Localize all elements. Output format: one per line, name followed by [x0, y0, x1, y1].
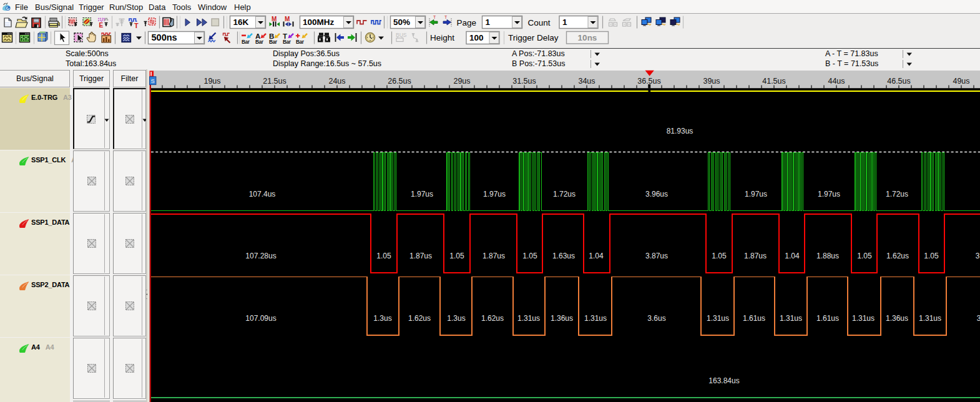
- svg-text:1: 1: [562, 17, 567, 27]
- svg-text:Bar: Bar: [255, 39, 264, 45]
- svg-text:1.63us: 1.63us: [552, 252, 575, 260]
- svg-text:1.04: 1.04: [785, 252, 800, 260]
- svg-text:1.72us: 1.72us: [886, 190, 908, 199]
- svg-text:1.87us: 1.87us: [744, 252, 767, 260]
- svg-text:41.5us: 41.5us: [762, 77, 786, 86]
- svg-text:100MHz: 100MHz: [303, 17, 335, 27]
- svg-text:1.62us: 1.62us: [886, 252, 909, 260]
- svg-text:1.88us: 1.88us: [816, 252, 839, 260]
- svg-text:107.28us: 107.28us: [245, 252, 276, 260]
- svg-text:1.3us: 1.3us: [447, 314, 465, 323]
- svg-text:21.5us: 21.5us: [263, 77, 287, 86]
- svg-text:3: 3: [976, 252, 980, 260]
- svg-text:19us: 19us: [203, 77, 220, 86]
- svg-text:3.87us: 3.87us: [645, 252, 668, 260]
- svg-text:1.31us: 1.31us: [517, 314, 540, 323]
- svg-text:36.5us: 36.5us: [637, 77, 661, 86]
- svg-text:1.31us: 1.31us: [584, 314, 607, 323]
- svg-text:31.5us: 31.5us: [512, 77, 536, 86]
- svg-text:39us: 39us: [703, 77, 720, 86]
- svg-text:M: M: [272, 16, 277, 22]
- svg-text:50%: 50%: [393, 17, 410, 27]
- svg-text:1.62us: 1.62us: [481, 314, 504, 323]
- svg-text:Height: Height: [430, 33, 454, 42]
- svg-text:1.31us: 1.31us: [852, 314, 875, 323]
- svg-text:1.72us: 1.72us: [553, 190, 576, 199]
- svg-text:1.36us: 1.36us: [886, 314, 908, 323]
- svg-text:1.31us: 1.31us: [780, 314, 802, 323]
- svg-text:1.05: 1.05: [924, 252, 939, 260]
- svg-text:3: 3: [977, 314, 980, 323]
- svg-text:49us: 49us: [953, 77, 969, 86]
- svg-text:Bar: Bar: [242, 39, 250, 45]
- svg-text:Bar: Bar: [283, 39, 292, 45]
- svg-text:1.87us: 1.87us: [409, 252, 432, 260]
- svg-text:107.4us: 107.4us: [249, 190, 276, 199]
- svg-text:1.97us: 1.97us: [745, 190, 767, 199]
- svg-text:Bar: Bar: [296, 39, 305, 45]
- svg-text:1.31us: 1.31us: [707, 314, 729, 323]
- svg-text:163.84us: 163.84us: [708, 376, 739, 385]
- svg-text:24us: 24us: [328, 77, 345, 86]
- svg-text:10ns: 10ns: [578, 33, 597, 42]
- svg-text:44us: 44us: [828, 77, 845, 86]
- svg-text:1.05: 1.05: [522, 252, 537, 260]
- svg-text:1.97us: 1.97us: [483, 190, 506, 199]
- svg-text:Count: Count: [528, 18, 551, 27]
- svg-text:1.61us: 1.61us: [816, 314, 839, 323]
- svg-text:Bar: Bar: [269, 39, 278, 45]
- svg-text:T: T: [433, 15, 436, 19]
- svg-text:Trigger Delay: Trigger Delay: [508, 33, 559, 42]
- svg-text:1.05: 1.05: [376, 252, 391, 260]
- svg-text:500ns: 500ns: [152, 32, 177, 42]
- svg-text:1: 1: [486, 17, 491, 27]
- svg-text:46.5us: 46.5us: [887, 77, 911, 86]
- svg-text:1.87us: 1.87us: [483, 252, 505, 260]
- svg-text:1.05: 1.05: [712, 252, 727, 260]
- svg-text:100: 100: [469, 33, 484, 42]
- svg-text:26.5us: 26.5us: [388, 77, 411, 86]
- svg-text:Page: Page: [457, 18, 477, 27]
- svg-text:16K: 16K: [233, 17, 249, 27]
- svg-text:1.61us: 1.61us: [743, 314, 765, 323]
- svg-text:3.6us: 3.6us: [647, 314, 665, 323]
- svg-text:1.05: 1.05: [449, 252, 464, 260]
- svg-text:M: M: [285, 16, 290, 22]
- svg-text:1.97us: 1.97us: [411, 190, 433, 199]
- svg-text:1.97us: 1.97us: [818, 190, 840, 199]
- svg-text:1.31us: 1.31us: [919, 314, 941, 323]
- svg-text:1.04: 1.04: [589, 252, 604, 260]
- svg-text:S: S: [150, 77, 154, 84]
- svg-text:T: T: [134, 22, 139, 29]
- svg-text:34us: 34us: [578, 77, 595, 86]
- svg-text:1.3us: 1.3us: [373, 314, 391, 323]
- svg-text:E: E: [99, 22, 104, 29]
- svg-text:107.09us: 107.09us: [245, 314, 276, 323]
- svg-text:81.93us: 81.93us: [667, 127, 693, 135]
- svg-text:1.05: 1.05: [857, 252, 872, 260]
- svg-text:1.36us: 1.36us: [551, 314, 573, 323]
- svg-text:1.62us: 1.62us: [408, 314, 431, 323]
- svg-text:3.96us: 3.96us: [645, 190, 668, 199]
- svg-text:29us: 29us: [453, 77, 470, 86]
- svg-text:T: T: [444, 15, 448, 19]
